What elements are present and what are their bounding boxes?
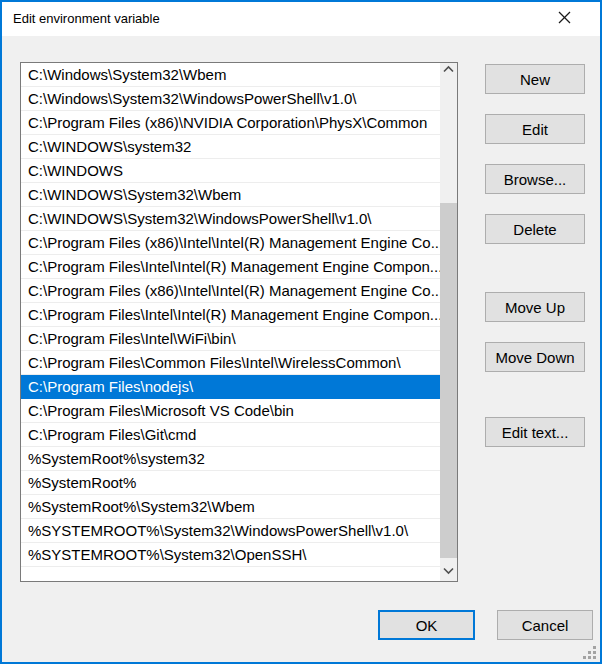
resize-grip-icon[interactable] xyxy=(583,645,596,658)
list-item[interactable]: C:\Program Files (x86)\Intel\Intel(R) Ma… xyxy=(21,231,440,255)
ok-button[interactable]: OK xyxy=(378,610,475,640)
list-item[interactable]: %SystemRoot% xyxy=(21,471,440,495)
list-item[interactable]: C:\Program Files\Git\cmd xyxy=(21,423,440,447)
close-button[interactable] xyxy=(544,5,584,33)
list-item[interactable]: %SYSTEMROOT%\System32\WindowsPowerShell\… xyxy=(21,519,440,543)
titlebar: Edit environment variable xyxy=(2,2,600,36)
list-item[interactable]: C:\WINDOWS xyxy=(21,159,440,183)
scroll-up-button[interactable] xyxy=(440,63,457,80)
list-item[interactable]: C:\Windows\System32\WindowsPowerShell\v1… xyxy=(21,87,440,111)
edit-button[interactable]: Edit xyxy=(485,114,585,144)
cancel-button[interactable]: Cancel xyxy=(497,610,593,640)
path-list-rows: C:\Windows\System32\WbemC:\Windows\Syste… xyxy=(21,63,440,581)
list-item[interactable]: %SystemRoot%\system32 xyxy=(21,447,440,471)
list-item[interactable]: C:\Program Files\nodejs\ xyxy=(21,375,440,399)
list-item[interactable]: C:\Program Files (x86)\Intel\Intel(R) Ma… xyxy=(21,279,440,303)
list-item[interactable]: %SystemRoot%\System32\Wbem xyxy=(21,495,440,519)
dialog-title: Edit environment variable xyxy=(13,2,160,36)
list-item[interactable]: C:\Program Files\Intel\Intel(R) Manageme… xyxy=(21,303,440,327)
delete-button[interactable]: Delete xyxy=(485,214,585,244)
path-list: C:\Windows\System32\WbemC:\Windows\Syste… xyxy=(20,62,458,582)
vertical-scrollbar[interactable] xyxy=(440,63,457,581)
new-button[interactable]: New xyxy=(485,64,585,94)
close-icon xyxy=(557,10,572,29)
move-down-button[interactable]: Move Down xyxy=(485,342,585,372)
list-item[interactable]: C:\WINDOWS\System32\WindowsPowerShell\v1… xyxy=(21,207,440,231)
list-item[interactable]: C:\Windows\System32\Wbem xyxy=(21,63,440,87)
browse-button[interactable]: Browse... xyxy=(485,164,585,194)
scrollbar-thumb[interactable] xyxy=(440,203,457,558)
list-item[interactable]: C:\Program Files (x86)\NVIDIA Corporatio… xyxy=(21,111,440,135)
move-up-button[interactable]: Move Up xyxy=(485,292,585,322)
chevron-down-icon xyxy=(440,562,457,583)
list-item[interactable]: C:\Program Files\Intel\Intel(R) Manageme… xyxy=(21,255,440,279)
list-item[interactable]: C:\WINDOWS\System32\Wbem xyxy=(21,183,440,207)
list-item[interactable]: C:\Program Files\Microsoft VS Code\bin xyxy=(21,399,440,423)
list-item[interactable]: %SYSTEMROOT%\System32\OpenSSH\ xyxy=(21,543,440,567)
edit-environment-variable-dialog: Edit environment variable C:\Windows\Sys… xyxy=(0,0,602,664)
edit-text-button[interactable]: Edit text... xyxy=(485,417,585,447)
scroll-down-button[interactable] xyxy=(440,564,457,581)
chevron-up-icon xyxy=(440,61,457,82)
list-item[interactable]: C:\WINDOWS\system32 xyxy=(21,135,440,159)
list-item[interactable]: C:\Program Files\Intel\WiFi\bin\ xyxy=(21,327,440,351)
list-item[interactable]: C:\Program Files\Common Files\Intel\Wire… xyxy=(21,351,440,375)
